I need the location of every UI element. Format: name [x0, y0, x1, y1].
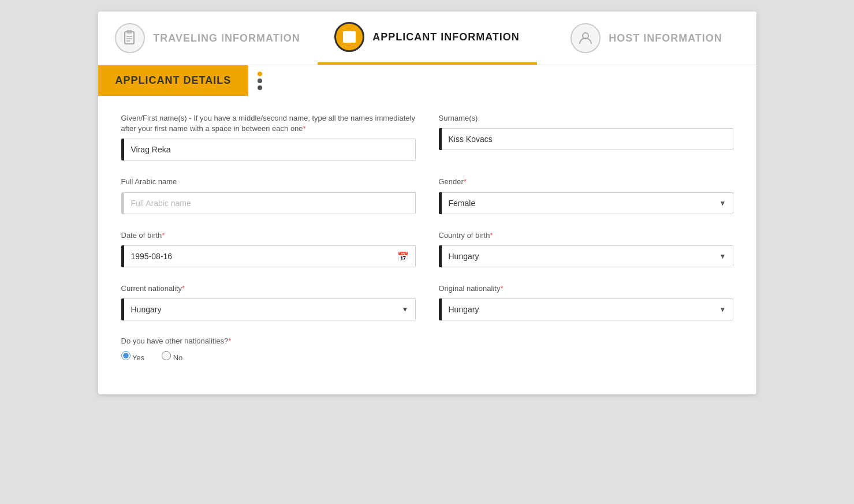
radio-yes-text: Yes: [132, 353, 144, 362]
dot-3: [258, 85, 262, 90]
section-title-box: APPLICANT DETAILS: [98, 65, 249, 96]
section-header: APPLICANT DETAILS: [98, 65, 756, 96]
given-name-input-wrapper: [121, 139, 416, 160]
section-dots: [258, 72, 262, 90]
dob-input-wrapper: 📅: [121, 245, 416, 267]
country-birth-group: Country of birth* Hungary ▼: [439, 230, 733, 267]
given-name-group: Given/First name(s) - If you have a midd…: [121, 113, 416, 160]
gender-label: Gender*: [439, 177, 733, 187]
name-row: Given/First name(s) - If you have a midd…: [121, 113, 733, 160]
given-name-input[interactable]: [124, 139, 416, 160]
tab-traveling[interactable]: TRAVELING INFORMATION: [98, 12, 318, 65]
svg-point-10: [344, 36, 346, 38]
surname-label: Surname(s): [439, 113, 733, 124]
country-birth-accent: [439, 245, 442, 267]
surname-input[interactable]: [442, 128, 733, 150]
radio-yes-label[interactable]: Yes: [121, 351, 145, 362]
original-nationality-accent: [439, 298, 442, 320]
applicant-tab-icon: [334, 22, 364, 52]
given-name-accent: [121, 139, 124, 160]
original-nationality-select-wrapper: Hungary ▼: [439, 298, 733, 320]
dot-2: [258, 79, 262, 83]
country-birth-select[interactable]: Hungary: [442, 245, 733, 267]
dob-country-row: Date of birth* 📅 Country of birth*: [121, 230, 733, 267]
section-title: APPLICANT DETAILS: [115, 74, 232, 86]
surname-group: Surname(s): [439, 113, 733, 160]
current-nationality-label: Current nationality*: [121, 283, 416, 294]
current-nationality-select[interactable]: Hungary: [124, 298, 416, 320]
country-birth-label: Country of birth*: [439, 230, 733, 241]
traveling-tab-icon: [115, 23, 145, 53]
original-nationality-label: Original nationality*: [439, 283, 733, 294]
country-birth-select-wrapper: Hungary ▼: [439, 245, 733, 267]
original-nationality-select[interactable]: Hungary: [442, 298, 733, 320]
applicant-tab-label: APPLICANT INFORMATION: [372, 31, 520, 43]
other-nationalities-label: Do you have other nationalities?*: [121, 337, 733, 345]
surname-input-wrapper: [439, 128, 733, 150]
tab-applicant[interactable]: APPLICANT INFORMATION: [318, 12, 537, 65]
current-nationality-group: Current nationality* Hungary ▼: [121, 283, 416, 320]
arabic-name-group: Full Arabic name: [121, 177, 416, 214]
arabic-name-accent: [121, 192, 124, 214]
form-content: APPLICANT DETAILS Given/First name(s) - …: [98, 65, 756, 394]
dob-label: Date of birth*: [121, 230, 416, 241]
original-nationality-group: Original nationality* Hungary ▼: [439, 283, 733, 320]
gender-accent: [439, 192, 442, 214]
dob-input[interactable]: [124, 245, 416, 267]
main-card: TRAVELING INFORMATION APPLICANT INFORMAT…: [98, 12, 756, 394]
host-tab-icon: [570, 23, 601, 53]
svg-point-9: [344, 34, 346, 36]
gender-select[interactable]: Female Male Other: [442, 192, 733, 214]
svg-point-11: [344, 39, 346, 40]
dob-group: Date of birth* 📅: [121, 230, 416, 267]
arabic-name-label: Full Arabic name: [121, 177, 416, 187]
radio-no-text: No: [173, 353, 183, 362]
host-tab-label: HOST INFORMATION: [609, 32, 722, 44]
radio-no-label[interactable]: No: [162, 351, 182, 362]
svg-rect-0: [125, 32, 134, 44]
gender-select-wrapper: Female Male Other ▼: [439, 192, 733, 214]
dot-1: [258, 72, 262, 76]
radio-no[interactable]: [162, 351, 171, 360]
gender-group: Gender* Female Male Other ▼: [439, 177, 733, 214]
traveling-tab-label: TRAVELING INFORMATION: [153, 32, 300, 44]
radio-yes[interactable]: [121, 351, 130, 360]
tab-bar: TRAVELING INFORMATION APPLICANT INFORMAT…: [98, 12, 756, 65]
surname-accent: [439, 128, 442, 150]
other-nationalities-group: Do you have other nationalities?* Yes No: [121, 337, 733, 368]
given-name-label: Given/First name(s) - If you have a midd…: [121, 113, 416, 134]
arabic-name-input[interactable]: [124, 192, 416, 214]
dob-accent: [121, 245, 124, 267]
arabic-gender-row: Full Arabic name Gender* Female Mal: [121, 177, 733, 214]
nationality-row: Current nationality* Hungary ▼ Original …: [121, 283, 733, 320]
arabic-name-input-wrapper: [121, 192, 416, 214]
current-nationality-select-wrapper: Hungary ▼: [121, 298, 416, 320]
other-nationalities-options: Yes No: [121, 351, 733, 368]
tab-host[interactable]: HOST INFORMATION: [537, 12, 756, 65]
form-area: Given/First name(s) - If you have a midd…: [98, 113, 756, 368]
current-nationality-accent: [121, 298, 124, 320]
